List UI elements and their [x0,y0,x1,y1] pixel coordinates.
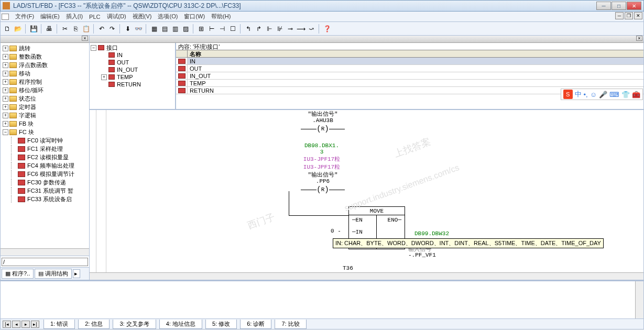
ladder-coil-button[interactable]: ⊣ [217,24,227,34]
menu-view[interactable]: 视图(V) [129,12,155,21]
iface-tree-item[interactable]: +TEMP [91,73,174,81]
copy-button[interactable]: ⎘ [71,24,80,34]
iface-tree-item[interactable]: IN [91,51,174,59]
ime-sogou-icon[interactable]: S [563,90,573,99]
expand-icon[interactable]: + [101,74,107,80]
expand-icon[interactable]: + [3,121,8,127]
ladder-scrollbar-h[interactable] [90,272,643,280]
ladder-output-button[interactable]: ⊸ [286,24,295,34]
output-tab[interactable]: 5: 修改 [205,320,237,329]
editor-panel-close-icon[interactable]: × [636,36,642,41]
menu-options[interactable]: 选项(O) [155,12,181,21]
download-button[interactable]: ⬇ [123,24,133,34]
grid-row[interactable]: OUT [176,65,643,72]
ime-mic-icon[interactable]: 🎤 [599,91,607,98]
ladder-contact-button[interactable]: ⊢ [207,24,216,34]
ladder-editor[interactable]: 西门子 support.industry.siemens.com/cs 上找答案… [90,110,643,280]
coil1-reset[interactable]: (R) [289,124,357,134]
tab-call-structure[interactable]: ▤调用结构 [35,269,72,279]
tree-folder[interactable]: +定时器 [1,103,89,111]
ladder-connector-button[interactable]: ⟶ [296,24,305,34]
output-tab[interactable]: 2: 信息 [78,320,110,329]
mdi-system-icon[interactable] [2,14,9,20]
new-button[interactable]: 🗋 [3,24,12,34]
overview-button[interactable]: ▥ [170,24,180,34]
menu-file[interactable]: 文件(F) [12,12,37,21]
expand-icon[interactable]: + [3,46,8,51]
grid-row[interactable]: TEMP [176,80,643,87]
tab-program-elements[interactable]: ▦程序?.. [2,269,34,279]
mdi-restore-button[interactable]: ❐ [625,12,633,19]
catalog-tree[interactable]: +跳转+整数函数+浮点数函数+移动+程序控制+移位/循环+状态位+定时器+字逻辑… [1,43,89,248]
ladder-newnet-button[interactable]: ⊞ [197,24,206,34]
tree-block-item[interactable]: FC1 采样处理 [1,145,89,153]
tree-folder[interactable]: +字逻辑 [1,111,89,119]
menu-help[interactable]: 帮助(H) [208,12,234,21]
expand-icon[interactable]: + [3,104,8,110]
ime-toolbar[interactable]: S 中 •, ☺ 🎤 ⌨ 👕 🧰 [561,89,643,100]
menu-plc[interactable]: PLC [86,13,103,21]
expand-icon[interactable]: + [3,79,8,85]
tab-nav-last[interactable]: ▸| [31,321,39,328]
grid-row[interactable]: IN_OUT [176,72,643,80]
ladder-branch-close-button[interactable]: ↱ [254,24,264,34]
maximize-button[interactable]: □ [612,2,626,10]
tab-nav-first[interactable]: |◂ [3,321,11,328]
menu-edit[interactable]: 编辑(E) [37,12,63,21]
expand-icon[interactable]: + [3,96,8,102]
tab-nav-next[interactable]: ▸ [21,321,30,328]
tree-folder[interactable]: +跳转 [1,44,89,52]
tree-folder-fc[interactable]: −FC 块 [1,128,89,136]
open-button[interactable]: 📂 [13,24,23,34]
ime-skin-icon[interactable]: 👕 [621,91,630,98]
collapse-icon[interactable]: − [3,129,8,135]
ime-lang-toggle[interactable]: 中 [575,90,582,99]
undo-button[interactable]: ↶ [97,24,106,34]
tree-folder[interactable]: +移动 [1,69,89,78]
coil2-reset[interactable]: (R) [289,184,357,195]
mdi-close-button[interactable]: ✕ [634,12,642,19]
output-content[interactable] [9,281,635,318]
menu-debug[interactable]: 调试(D) [104,12,129,21]
tree-folder[interactable]: +浮点数函数 [1,61,89,69]
tree-block-item[interactable]: FC6 模拟量调节计 [1,170,89,178]
redo-button[interactable]: ↷ [107,24,117,34]
monitor-button[interactable]: 👓 [134,24,143,34]
cut-button[interactable]: ✂ [60,24,70,34]
iface-tree-item[interactable]: RETURN [91,81,174,88]
ime-toolbox-icon[interactable]: 🧰 [632,91,640,98]
iface-tree-item[interactable]: IN_OUT [91,66,174,73]
mdi-minimize-button[interactable]: ─ [615,12,624,19]
ime-emoji-icon[interactable]: ☺ [590,91,597,98]
output-tab[interactable]: 6: 诊断 [240,320,271,329]
ladder-branch-open-button[interactable]: ↰ [244,24,253,34]
expand-icon[interactable]: + [3,113,8,118]
minimize-button[interactable]: ─ [596,2,611,10]
output-scrollbar-v[interactable] [635,281,643,318]
ladder-no-contact-button[interactable]: ⊩ [265,24,274,34]
ime-punct-icon[interactable]: •, [584,91,588,98]
details-button[interactable]: ▨ [181,24,190,34]
paste-button[interactable]: 📋 [81,24,91,34]
menu-insert[interactable]: 插入(I) [63,12,86,21]
save-button[interactable]: 💾 [29,24,38,34]
tab-overflow-button[interactable]: ▸ [73,269,80,278]
output-tab[interactable]: 1: 错误 [43,320,75,329]
catalog-scrollbar-h[interactable] [1,248,89,256]
tree-folder[interactable]: +整数函数 [1,52,89,61]
tree-block-item[interactable]: FC4 频率输出处理 [1,161,89,170]
expand-icon[interactable]: + [3,62,8,68]
expand-icon[interactable]: + [3,71,8,76]
output-tab[interactable]: 7: 比较 [275,320,306,329]
ladder-nc-contact-button[interactable]: ⊮ [275,24,285,34]
expand-icon[interactable]: + [3,54,8,60]
help-pointer-button[interactable]: ❓ [322,24,332,34]
tree-folder[interactable]: +程序控制 [1,78,89,86]
tree-block-item[interactable]: FC2 读模拟量显 [1,153,89,161]
menu-window[interactable]: 窗口(W) [181,12,208,21]
tree-block-item[interactable]: FC33 系统设备启 [1,195,89,203]
tree-folder[interactable]: +移位/循环 [1,86,89,94]
ladder-box-button[interactable]: ☐ [228,24,237,34]
tree-block-item[interactable]: FC30 参数传递 [1,178,89,186]
output-tab[interactable]: 3: 交叉参考 [113,320,156,329]
